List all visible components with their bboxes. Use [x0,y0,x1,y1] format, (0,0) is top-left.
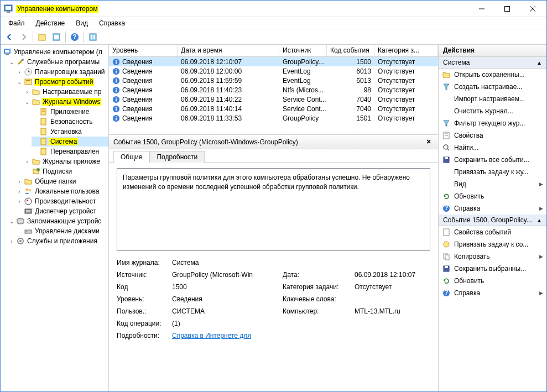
table-row[interactable]: Сведения06.09.2018 12:10:07GroupPolicy..… [109,57,438,66]
tree-device-mgr[interactable]: Диспетчер устройст [16,206,108,216]
svg-rect-7 [39,34,45,40]
tree-log-security[interactable]: Безопасность [32,117,108,127]
funnel-icon [442,119,451,128]
tree-root[interactable]: Управление компьютером (л [1,47,108,57]
new-button[interactable] [35,30,49,44]
svg-point-48 [116,69,117,70]
action-clear-log[interactable]: Очистить журнал... [439,105,546,117]
action-properties[interactable]: Свойства [439,129,546,142]
col-event-id[interactable]: Код события [327,45,374,56]
table-row[interactable]: Сведения06.09.2018 11:59:59EventLog6013О… [109,76,438,85]
action-create-custom[interactable]: Создать настраивае... [439,81,546,93]
expand-icon[interactable]: › [8,238,15,244]
tab-general[interactable]: Общие [113,151,149,163]
tree-log-setup[interactable]: Установка [32,127,108,137]
action-open-saved[interactable]: Открыть сохраненны... [439,69,546,81]
help-icon[interactable]: ? [68,30,81,44]
tree-log-forwarded[interactable]: Перенаправлен [32,147,108,156]
collapse-icon[interactable]: ⌄ [16,79,23,85]
close-icon[interactable]: × [424,137,434,147]
action-event-props[interactable]: Свойства событий [439,226,546,238]
table-row[interactable]: Сведения06.09.2018 12:00:00EventLog6013О… [109,66,438,76]
clock-icon [24,67,33,76]
action-help-event[interactable]: ?Справка▶ [439,287,546,299]
svg-rect-28 [41,128,46,135]
action-view[interactable]: Вид▶ [439,178,546,190]
tree-services-apps[interactable]: › Службы и приложения [8,236,108,246]
action-import-custom[interactable]: Импорт настраиваем... [439,93,546,105]
expand-icon[interactable]: › [24,89,30,95]
tree-local-users[interactable]: ›Локальные пользова [16,186,108,196]
minimize-button[interactable] [469,1,494,17]
svg-rect-29 [41,138,46,145]
expand-icon[interactable]: › [24,159,30,165]
col-category[interactable]: Категория з... [374,45,438,56]
tree-custom-views[interactable]: › Настраиваемые пр [24,87,108,97]
collapse-icon[interactable]: ⌄ [8,59,15,65]
chevron-right-icon: ▶ [539,254,543,259]
tree-event-viewer[interactable]: ⌄ Просмотр событий [16,77,108,87]
tree-disk-mgmt[interactable]: Управление дисками [16,226,108,236]
action-find[interactable]: Найти... [439,142,546,154]
value-category: Отсутствует [355,283,430,291]
table-row[interactable]: Сведения06.09.2018 11:40:22Service Cont.… [109,95,438,104]
action-save-selected[interactable]: Сохранить выбранны... [439,263,546,275]
menu-file[interactable]: Файл [3,18,30,28]
tree-performance[interactable]: ›Производительност [16,196,108,206]
col-level[interactable]: Уровень [109,45,178,56]
tree-task-scheduler[interactable]: › Планировщик заданий [16,67,108,77]
action-save-all[interactable]: Сохранить все событи... [439,154,546,166]
svg-rect-22 [25,79,32,85]
menu-view[interactable]: Вид [70,18,93,28]
forward-button[interactable] [17,30,30,44]
col-datetime[interactable]: Дата и время [178,45,279,56]
menu-action[interactable]: Действие [30,18,71,28]
expand-icon[interactable]: › [16,198,23,205]
action-refresh[interactable]: Обновить [439,190,546,202]
detail-body: Параметры групповой политики для этого к… [109,163,438,391]
collapse-icon[interactable]: ⌄ [24,99,30,105]
svg-line-69 [447,149,449,150]
tree-windows-logs[interactable]: ⌄ Журналы Windows [24,97,108,107]
svg-rect-9 [54,35,59,39]
value-keywords [355,295,430,303]
toolbar-button-3[interactable] [86,30,100,44]
folder-icon [32,87,40,96]
tab-details[interactable]: Подробности [149,151,205,163]
action-help[interactable]: ?Справка▶ [439,202,546,215]
actions-group-event[interactable]: Событие 1500, GroupPolicy...▲ [439,215,546,226]
table-row[interactable]: Сведения06.09.2018 11:40:23Ntfs (Micros.… [109,85,438,95]
svg-point-32 [37,168,40,171]
tree-log-system[interactable]: Система [32,137,108,147]
expand-icon[interactable]: › [16,179,23,185]
event-list[interactable]: Сведения06.09.2018 12:10:07GroupPolicy..… [109,57,438,134]
toolbar-button-2[interactable] [50,30,63,44]
tree-subscriptions[interactable]: Подписки [24,166,108,176]
col-source[interactable]: Источник [279,45,327,56]
action-filter[interactable]: Фильтр текущего жур... [439,117,546,129]
value-user: СИСТЕМА [172,307,283,315]
label-id: Код [117,283,172,291]
actions-group-system[interactable]: Система▲ [439,57,546,69]
menu-help[interactable]: Справка [93,18,131,28]
back-button[interactable] [3,30,16,44]
expand-icon[interactable]: › [16,69,23,75]
maximize-button[interactable] [494,1,520,17]
action-attach-task[interactable]: Привязать задачу к жу... [439,166,546,178]
tree-service-programs[interactable]: ⌄ Служебные программы [8,57,108,67]
svg-point-18 [22,59,24,61]
tree-shared-folders[interactable]: ›Общие папки [16,176,108,186]
tree-storage[interactable]: ⌄ Запоминающие устройс [8,216,108,226]
collapse-icon[interactable]: ⌄ [8,218,15,224]
expand-icon[interactable]: › [16,189,23,195]
action-attach-task-event[interactable]: Привязать задачу к со... [439,238,546,250]
table-row[interactable]: Сведения06.09.2018 11:40:14Service Cont.… [109,104,438,113]
tree-log-application[interactable]: Приложение [32,107,108,117]
table-row[interactable]: Сведения06.09.2018 11:33:53GroupPolicy15… [109,113,438,123]
action-refresh-event[interactable]: Обновить [439,275,546,287]
tree-panel[interactable]: Управление компьютером (л ⌄ Служебные пр… [1,45,109,391]
more-info-link[interactable]: Справка в Интернете для [172,332,430,339]
action-copy[interactable]: Копировать▶ [439,250,546,263]
close-button[interactable] [520,1,545,17]
tree-app-logs[interactable]: ›Журналы приложе [24,156,108,166]
